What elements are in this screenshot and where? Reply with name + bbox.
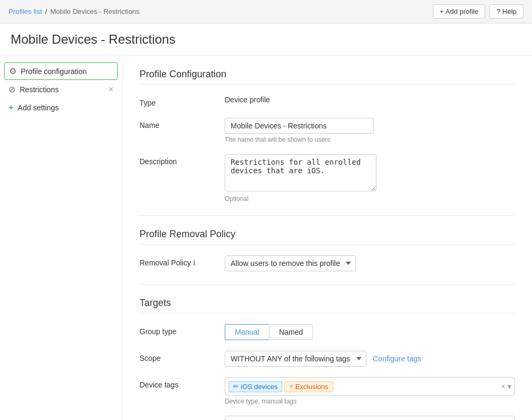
scope-row: Scope WITHOUT ANY of the following tags …	[140, 351, 515, 367]
device-tags-label: Device tags	[140, 377, 225, 389]
tags-dropdown-icon[interactable]: ▾	[508, 382, 511, 391]
removal-policy-label: Removal Policy ℹ	[140, 255, 225, 267]
top-nav-actions: + Add profile ? Help	[433, 4, 523, 19]
sidebar-item-label-add-settings: Add settings	[18, 103, 59, 112]
section-divider-1	[140, 215, 515, 216]
device-tags-field: ✏ iOS devices × Exclusions × ▾ Device ty…	[225, 377, 515, 405]
group-type-row: Group type Manual Named	[140, 324, 515, 340]
page-header: Mobile Devices - Restrictions	[0, 23, 532, 56]
type-label: Type	[140, 95, 225, 107]
sidebar-item-add-settings[interactable]: + Add settings	[0, 99, 122, 117]
device-tags-row: Device tags ✏ iOS devices × Exclusions ×…	[140, 377, 515, 405]
sidebar-item-label-restrictions: Restrictions	[20, 85, 59, 94]
info-icon: ℹ	[193, 259, 195, 267]
breadcrumb-profiles-list[interactable]: Profiles list	[9, 7, 42, 15]
description-label: Description	[140, 154, 225, 166]
gear-icon: ⚙	[9, 66, 17, 76]
group-type-btn-group: Manual Named	[225, 324, 515, 340]
name-row: Name The name that will be shown to user…	[140, 118, 515, 143]
plus-icon: +	[9, 103, 13, 112]
removal-policy-section-title: Profile Removal Policy	[140, 229, 515, 245]
name-input[interactable]	[225, 118, 374, 134]
help-button[interactable]: ? Help	[489, 4, 523, 19]
page-title: Mobile Devices - Restrictions	[11, 32, 521, 47]
policy-tags-dropdown[interactable]: Select policy tags	[225, 416, 515, 420]
group-type-label: Group type	[140, 324, 225, 336]
edit-icon: ✏	[233, 383, 239, 390]
layout: ⚙ Profile configuration ⊘ Restrictions ×…	[0, 56, 532, 420]
sidebar-item-restrictions[interactable]: ⊘ Restrictions ×	[0, 80, 122, 99]
sidebar-item-label-profile-config: Profile configuration	[21, 67, 87, 76]
btn-named[interactable]: Named	[269, 324, 313, 340]
scope-field: WITHOUT ANY of the following tags WITH A…	[225, 351, 515, 367]
scope-select-wrap: WITHOUT ANY of the following tags WITH A…	[225, 351, 366, 367]
name-field: The name that will be shown to users	[225, 118, 515, 143]
tag-exclusions[interactable]: × Exclusions	[284, 381, 333, 392]
top-nav: Profiles list / Mobile Devices - Restric…	[0, 0, 532, 23]
breadcrumb: Profiles list / Mobile Devices - Restric…	[9, 7, 140, 15]
device-tags-hint: Device type, manual tags	[225, 398, 515, 405]
restrictions-close-button[interactable]: ×	[109, 85, 113, 94]
name-label: Name	[140, 118, 225, 130]
tag-ios-devices-label: iOS devices	[241, 383, 277, 391]
breadcrumb-separator: /	[45, 7, 47, 15]
policy-tags-row: Policy tags Select policy tags Geofencin…	[140, 416, 515, 420]
type-value-field: Device profile	[225, 95, 515, 104]
group-type-field: Manual Named	[225, 324, 515, 340]
scope-select[interactable]: WITHOUT ANY of the following tags WITH A…	[225, 351, 366, 367]
removal-policy-row: Removal Policy ℹ Allow users to remove t…	[140, 255, 515, 271]
add-profile-button[interactable]: + Add profile	[433, 4, 486, 19]
removal-policy-field: Allow users to remove this profile Do no…	[225, 255, 515, 271]
scope-row-inner: WITHOUT ANY of the following tags WITH A…	[225, 351, 515, 367]
tag-ios-devices[interactable]: ✏ iOS devices	[228, 381, 282, 392]
restriction-icon: ⊘	[9, 84, 15, 94]
policy-tags-field: Select policy tags Geofencing, Security …	[225, 416, 515, 420]
profile-config-section-title: Profile Configuration	[140, 69, 515, 85]
device-tags-input[interactable]: ✏ iOS devices × Exclusions × ▾	[225, 377, 515, 395]
targets-section-title: Targets	[140, 297, 515, 313]
btn-manual[interactable]: Manual	[225, 324, 269, 340]
description-field: Restrictions for all enrolled devices th…	[225, 154, 515, 203]
description-hint: Optional	[225, 195, 515, 203]
removal-policy-select[interactable]: Allow users to remove this profile Do no…	[225, 255, 356, 271]
description-textarea[interactable]: Restrictions for all enrolled devices th…	[225, 154, 377, 191]
tags-clear-icon[interactable]: ×	[501, 382, 505, 391]
configure-tags-link[interactable]: Configure tags	[373, 354, 421, 363]
scope-label: Scope	[140, 351, 225, 362]
type-row: Type Device profile	[140, 95, 515, 107]
type-value: Device profile	[225, 95, 270, 104]
breadcrumb-current: Mobile Devices - Restrictions	[50, 7, 140, 15]
tag-exclusions-label: Exclusions	[295, 383, 328, 391]
tags-field-actions: × ▾	[501, 382, 511, 391]
sidebar: ⚙ Profile configuration ⊘ Restrictions ×…	[0, 56, 122, 420]
tag-exclusions-x[interactable]: ×	[289, 383, 293, 390]
sidebar-item-profile-configuration[interactable]: ⚙ Profile configuration	[4, 62, 118, 80]
name-hint: The name that will be shown to users	[225, 136, 515, 143]
description-row: Description Restrictions for all enrolle…	[140, 154, 515, 203]
main-content: Profile Configuration Type Device profil…	[122, 56, 532, 420]
section-divider-2	[140, 284, 515, 285]
policy-tags-label: Policy tags	[140, 416, 225, 420]
